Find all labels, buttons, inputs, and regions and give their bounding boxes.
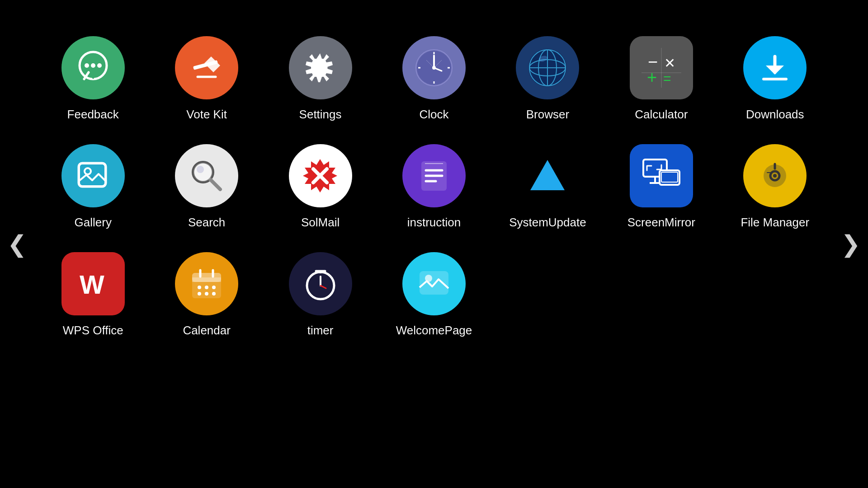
app-icon-clock [402,36,466,99]
app-icon-timer [289,252,352,315]
app-label-browser: Browser [526,108,569,122]
app-label-solmail: SolMail [301,216,340,230]
app-icon-feedback [61,36,125,99]
app-icon-votekit [175,36,238,99]
app-icon-browser [516,36,579,99]
svg-point-2 [91,63,95,68]
app-label-votekit: Vote Kit [186,108,227,122]
app-item-settings[interactable]: Settings [264,27,377,135]
app-item-clock[interactable]: Clock [377,27,491,135]
app-label-welcomepage: WelcomePage [396,324,472,338]
app-label-wpsoffice: WPS Office [63,324,123,338]
app-label-settings: Settings [299,108,342,122]
svg-point-41 [197,166,204,173]
svg-point-36 [85,168,91,174]
svg-line-73 [321,286,326,288]
svg-point-68 [198,292,201,296]
svg-point-57 [773,174,777,178]
svg-marker-48 [530,160,565,190]
app-icon-downloads [743,36,807,99]
app-item-votekit[interactable]: Vote Kit [150,27,263,135]
app-item-screenmirror[interactable]: ScreenMirror [604,135,718,243]
app-icon-instruction [402,144,466,207]
app-item-solmail[interactable]: SolMail [264,135,377,243]
app-icon-calculator: − ✕ + = [630,36,693,99]
app-item-feedback[interactable]: Feedback [36,27,150,135]
app-label-instruction: instruction [407,216,461,230]
app-label-search: Search [188,216,225,230]
svg-point-67 [212,286,216,289]
nav-next-arrow[interactable]: ❯ [841,230,861,258]
app-item-browser[interactable]: Browser [491,27,604,135]
app-item-welcomepage[interactable]: WelcomePage [377,243,491,351]
app-label-gallery: Gallery [75,216,112,230]
app-icon-solmail [289,144,352,207]
app-label-calendar: Calendar [183,324,231,338]
svg-point-1 [85,63,89,68]
app-label-calculator: Calculator [635,108,688,122]
app-icon-calendar [175,252,238,315]
svg-point-66 [205,286,208,289]
app-item-wpsoffice[interactable]: W WPS Office [36,243,150,351]
app-label-timer: timer [307,324,334,338]
svg-point-65 [198,286,201,289]
app-label-downloads: Downloads [746,108,804,122]
app-icon-filemanager [743,144,807,207]
app-icon-wpsoffice: W [61,252,125,315]
app-label-clock: Clock [419,108,448,122]
app-item-systemupdate[interactable]: SystemUpdate [491,135,604,243]
svg-text:✕: ✕ [664,56,675,70]
app-item-instruction[interactable]: instruction [377,135,491,243]
svg-point-70 [212,292,216,296]
svg-line-39 [210,179,220,189]
app-item-timer[interactable]: timer [264,243,377,351]
app-item-calendar[interactable]: Calendar [150,243,263,351]
app-label-screenmirror: ScreenMirror [627,216,695,230]
app-item-calculator[interactable]: − ✕ + = Calculator [604,27,718,135]
app-icon-settings [289,36,352,99]
app-label-systemupdate: SystemUpdate [509,216,586,230]
app-icon-systemupdate [516,144,579,207]
svg-text:W: W [80,270,104,299]
svg-point-3 [97,63,102,68]
svg-point-40 [194,163,212,181]
app-icon-welcomepage [402,252,466,315]
svg-point-69 [205,292,208,296]
app-label-filemanager: File Manager [741,216,809,230]
app-item-gallery[interactable]: Gallery [36,135,150,243]
app-icon-search [175,144,238,207]
svg-text:=: = [663,71,671,86]
svg-rect-35 [80,164,105,186]
app-item-downloads[interactable]: Downloads [718,27,832,135]
nav-prev-arrow[interactable]: ❮ [7,230,27,258]
app-icon-gallery [61,144,125,207]
app-grid: Feedback Vote Kit Settings Clock Browser… [0,0,868,378]
app-item-filemanager[interactable]: File Manager [718,135,832,243]
svg-text:+: + [647,68,657,87]
svg-rect-62 [192,277,221,282]
app-label-feedback: Feedback [67,108,119,122]
app-item-search[interactable]: Search [150,135,263,243]
app-icon-screenmirror [630,144,693,207]
svg-rect-34 [79,163,106,187]
